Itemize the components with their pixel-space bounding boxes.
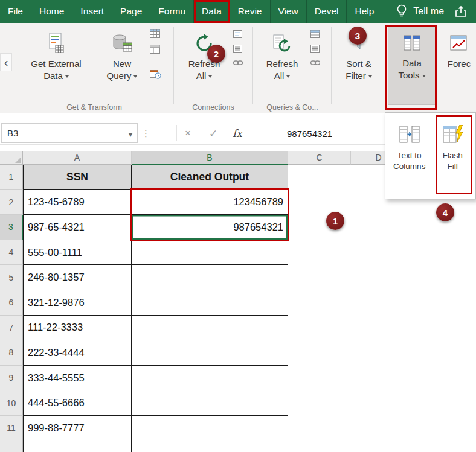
cell-D4[interactable] [351,240,476,266]
cancel-icon[interactable]: × [185,122,191,145]
share-button[interactable] [454,0,476,23]
name-box[interactable]: B3 ▾ [1,123,138,143]
new-query-button[interactable]: New Query [97,28,147,103]
menu-tab-label: File [8,6,23,17]
forecast-button[interactable]: Forec [442,28,476,103]
cell-B6[interactable] [132,290,288,316]
get-external-data-button[interactable]: Get External Data [21,28,92,103]
cell-C2[interactable] [288,190,351,215]
menu-tab-devel[interactable]: Devel [307,0,347,23]
row-header-2[interactable]: 2 [0,190,23,215]
table-icon[interactable] [150,29,160,38]
list-icon[interactable] [233,45,242,53]
cell-C7[interactable] [288,316,351,341]
list-icon[interactable] [310,45,320,53]
refresh-all-queries-button[interactable]: Refresh All [256,28,308,103]
column-header-B[interactable]: B [132,151,288,165]
row-header-8[interactable]: 8 [0,340,23,366]
sheet-row-7: 7111-22-3333 [0,316,476,341]
row-header-3[interactable]: 3 [0,215,23,240]
fill-handle[interactable] [286,238,290,242]
formula-input[interactable]: 987654321 [287,122,332,145]
cell-C9[interactable] [288,366,351,391]
cell-C1[interactable] [288,165,351,190]
menu-tab-page[interactable]: Page [112,0,150,23]
enter-icon[interactable]: ✓ [209,122,217,145]
menu-tab-revie[interactable]: Revie [230,0,271,23]
cell-B5[interactable] [132,265,288,290]
menu-tab-file[interactable]: File [0,0,31,23]
cell-D7[interactable] [351,316,476,341]
cell-B3[interactable]: 987654321 [132,215,288,240]
row-header-1[interactable]: 1 [0,165,23,190]
name-box-caret-icon[interactable]: ▾ [129,130,132,139]
cell-D11[interactable] [351,416,476,441]
tell-me[interactable]: Tell me [396,0,444,23]
link-icon[interactable] [310,59,320,66]
column-header-A[interactable]: A [23,151,132,165]
ribbon-scroll-left-button[interactable]: ‹ [0,53,12,71]
cell-B10[interactable] [132,390,288,416]
row-header-7[interactable]: 7 [0,316,23,341]
row-header-10[interactable]: 10 [0,390,23,416]
flash-fill-button[interactable]: Flash Fill [433,119,474,199]
calendar-clock-icon[interactable] [150,69,161,79]
cell-C-partial[interactable] [288,441,351,452]
cell-B11[interactable] [132,416,288,441]
column-header-C[interactable]: C [288,151,351,165]
row-header-5[interactable]: 5 [0,265,23,290]
cell-C6[interactable] [288,290,351,316]
cell-C4[interactable] [288,240,351,266]
properties-icon[interactable] [233,30,242,38]
cell-A6[interactable]: 321-12-9876 [23,290,132,316]
cell-A11[interactable]: 999-88-7777 [23,416,132,441]
cell-B4[interactable] [132,240,288,266]
cell-A4[interactable]: 555-00-1111 [23,240,132,266]
cell-B2[interactable]: 123456789 [132,190,288,215]
cell-A8[interactable]: 222-33-4444 [23,340,132,366]
menu-tab-view[interactable]: View [271,0,307,23]
cell-A2[interactable]: 123-45-6789 [23,190,132,215]
row-header-6[interactable]: 6 [0,290,23,316]
cell-A10[interactable]: 444-55-6666 [23,390,132,416]
cell-B1[interactable]: Cleaned Output [132,165,288,190]
menu-tab-home[interactable]: Home [31,0,72,23]
cell-C11[interactable] [288,416,351,441]
cell-C10[interactable] [288,390,351,416]
row-header-11[interactable]: 11 [0,416,23,441]
cell-C5[interactable] [288,265,351,290]
recent-sources-icon[interactable] [150,45,160,54]
refresh-all-button[interactable]: Refresh All [178,28,230,103]
cell-D10[interactable] [351,390,476,416]
show-queries-icon[interactable] [310,30,320,38]
cell-D8[interactable] [351,340,476,366]
data-tools-button[interactable]: Data Tools [388,27,436,105]
menu-tab-formu[interactable]: Formu [150,0,194,23]
row-header-9[interactable]: 9 [0,366,23,391]
cell-B9[interactable] [132,366,288,391]
cell-A-partial[interactable] [23,441,132,452]
cell-A5[interactable]: 246-80-1357 [23,265,132,290]
insert-function-button[interactable]: fx [233,122,242,145]
cell-D5[interactable] [351,265,476,290]
formula-bar-drag-handle[interactable]: ⋮ [141,122,150,145]
menu-tab-data[interactable]: Data [194,0,230,23]
cell-D3[interactable] [351,215,476,240]
cell-A3[interactable]: 987-65-4321 [23,215,132,240]
link-icon[interactable] [233,59,243,66]
cell-B7[interactable] [132,316,288,341]
menu-tab-insert[interactable]: Insert [72,0,112,23]
cell-A7[interactable]: 111-22-3333 [23,316,132,341]
cell-B8[interactable] [132,340,288,366]
cell-D-partial[interactable] [351,441,476,452]
menu-tab-help[interactable]: Help [347,0,382,23]
cell-D6[interactable] [351,290,476,316]
text-to-columns-button[interactable]: Text to Columns [389,119,430,199]
cell-B-partial[interactable] [132,441,288,452]
cell-C8[interactable] [288,340,351,366]
cell-A1[interactable]: SSN [23,165,132,190]
cell-A9[interactable]: 333-44-5555 [23,366,132,391]
row-header-4[interactable]: 4 [0,240,23,266]
select-all-corner[interactable] [0,151,23,165]
cell-D9[interactable] [351,366,476,391]
